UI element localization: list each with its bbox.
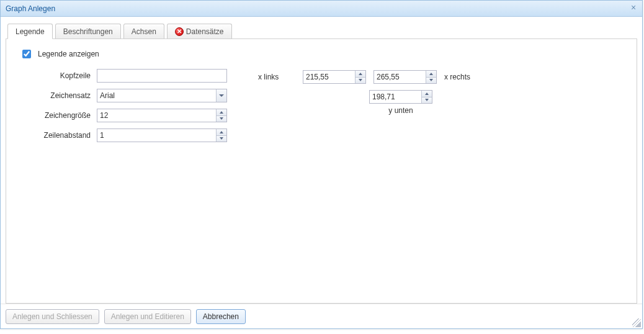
spinner-up-icon[interactable] [422, 91, 432, 97]
spinner-down-icon[interactable] [217, 136, 226, 142]
spinner-down-icon[interactable] [217, 116, 226, 122]
spinner-value: 1 [100, 131, 104, 140]
dialog-body: Legende Beschriftungen Achsen ✕ Datensät… [1, 17, 642, 304]
spinner-x-links[interactable]: 215,55 [303, 70, 366, 84]
combo-value: Arial [100, 91, 115, 100]
button-anlegen-schliessen[interactable]: Anlegen und Schliessen [6, 309, 99, 324]
button-label: Anlegen und Editieren [111, 312, 184, 321]
button-anlegen-editieren[interactable]: Anlegen und Editieren [104, 309, 191, 324]
label-x-rechts: x rechts [444, 73, 470, 81]
form-right-column: x links 215,55 265,55 [258, 69, 506, 115]
spinner-down-icon[interactable] [426, 78, 436, 84]
form-left-column: Kopfzeile Zeichensatz Arial [16, 69, 233, 148]
spinner-down-icon[interactable] [422, 97, 432, 104]
resize-grip-icon[interactable] [632, 318, 641, 327]
button-label: Anlegen und Schliessen [12, 312, 92, 321]
label-legende-anzeigen: Legende anzeigen [38, 50, 99, 58]
button-label: Abbrechen [203, 312, 239, 321]
tab-legende[interactable]: Legende [7, 24, 53, 39]
tab-label: Achsen [132, 27, 156, 36]
spinner-up-icon[interactable] [356, 71, 365, 78]
tab-beschriftungen[interactable]: Beschriftungen [55, 24, 121, 38]
error-icon: ✕ [175, 27, 184, 36]
dialog-graph-anlegen: Graph Anlegen × Legende Beschriftungen A… [0, 0, 643, 329]
spinner-up-icon[interactable] [426, 71, 436, 78]
label-zeichengroesse: Zeichengröße [16, 111, 97, 120]
label-y-unten: y unten [388, 106, 413, 115]
spinner-up-icon[interactable] [217, 129, 226, 136]
tab-label: Legende [16, 27, 45, 36]
tab-datensaetze[interactable]: ✕ Datensätze [167, 24, 232, 38]
spinner-value: 215,55 [306, 73, 329, 81]
spinner-value: 265,55 [377, 73, 400, 81]
spinner-zeilenabstand[interactable]: 1 [97, 129, 227, 142]
input-kopfzeile[interactable] [97, 69, 227, 83]
spinner-up-icon[interactable] [217, 109, 226, 116]
label-kopfzeile: Kopfzeile [16, 71, 97, 80]
label-zeilenabstand: Zeilenabstand [16, 131, 97, 140]
spinner-value: 198,71 [372, 93, 395, 101]
chevron-down-icon[interactable] [216, 89, 226, 102]
spinner-down-icon[interactable] [356, 78, 365, 84]
combo-zeichensatz[interactable]: Arial [97, 89, 227, 102]
spinner-zeichengroesse[interactable]: 12 [97, 109, 227, 122]
window-title: Graph Anlegen [6, 4, 55, 13]
tabstrip: Legende Beschriftungen Achsen ✕ Datensät… [6, 22, 637, 39]
titlebar: Graph Anlegen × [1, 1, 642, 17]
spinner-value: 12 [100, 111, 108, 120]
dialog-footer: Anlegen und Schliessen Anlegen und Editi… [1, 304, 642, 328]
label-zeichensatz: Zeichensatz [16, 91, 97, 100]
label-x-links: x links [258, 73, 295, 81]
close-icon[interactable]: × [628, 3, 638, 13]
tab-label: Datensätze [186, 27, 224, 36]
tabpanel-legende: Legende anzeigen Kopfzeile Zeichensatz [6, 39, 637, 304]
tab-achsen[interactable]: Achsen [123, 24, 164, 38]
button-abbrechen[interactable]: Abbrechen [196, 309, 246, 324]
spinner-y-unten[interactable]: 198,71 [369, 90, 432, 104]
spinner-x-rechts[interactable]: 265,55 [373, 70, 437, 84]
checkbox-legende-anzeigen[interactable] [22, 50, 31, 58]
tab-label: Beschriftungen [63, 27, 113, 36]
